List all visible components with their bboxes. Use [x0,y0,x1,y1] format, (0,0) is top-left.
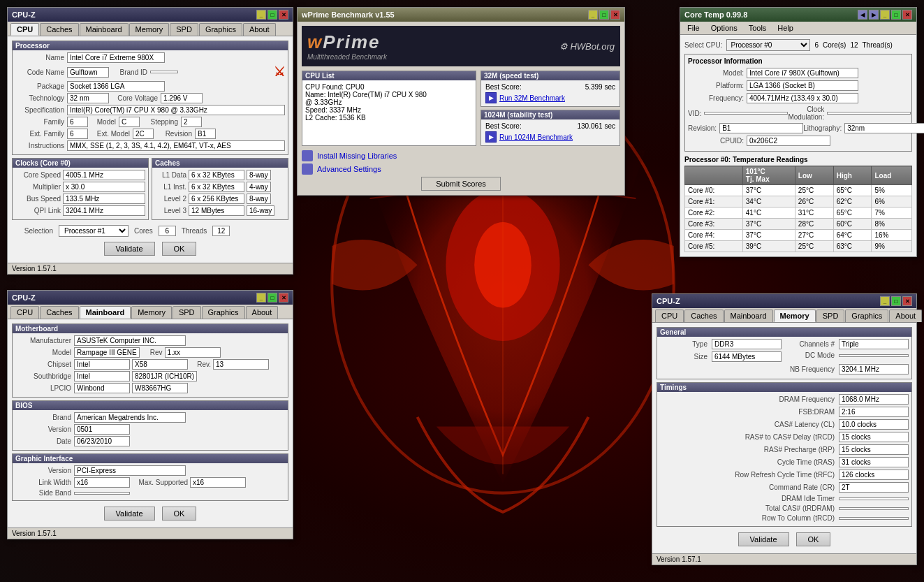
coretemp-forward[interactable]: ▶ [869,10,879,20]
mem-validate-button[interactable]: Validate [738,532,789,546]
cpuz-mb-close[interactable]: ✕ [279,293,288,303]
fsb-dram-label: FSB:DRAM [660,408,835,416]
temp-table-row: Core #0:37°C25°C65°C5% [685,185,912,196]
cpu-list-line3: @ 3.33GHz [305,99,473,106]
package-label: Package [15,82,64,90]
mem-type-value: DDR3 [712,339,782,349]
spec-label: Specification [15,106,64,114]
run-32m-button[interactable]: ▶ Run 32M Benchmark [485,92,615,103]
cpuz-top-close[interactable]: ✕ [279,10,288,20]
mem-tab-caches[interactable]: Caches [684,310,723,322]
mb-validate-button[interactable]: Validate [104,507,155,521]
cpuz-mem-minimize[interactable]: _ [880,296,890,306]
menu-options[interactable]: Options [705,22,743,34]
tab-mainboard[interactable]: Mainboard [80,23,129,36]
tab-graphics[interactable]: Graphics [199,23,242,36]
tab-about[interactable]: About [243,23,276,36]
mb-chipset-rev-label: Rev. [190,361,211,368]
wprime-minimize[interactable]: _ [588,10,598,20]
tab-memory[interactable]: Memory [129,23,170,36]
cpuz-mainboard-window: CPU-Z _ □ ✕ CPU Caches Mainboard Memory … [7,290,293,539]
run-32m-icon: ▶ [485,92,497,103]
cpuz-memory-version: Version 1.57.1 [652,553,916,565]
tab-caches[interactable]: Caches [40,23,78,36]
mb-tab-caches[interactable]: Caches [40,306,78,319]
ct-cpuid-label: CPUID: [688,137,744,145]
cpu-selector[interactable]: Processor #0 [726,39,810,51]
coretemp-maximize[interactable]: □ [891,10,901,20]
mb-tab-about[interactable]: About [246,306,279,319]
l2-label: Level 2 [155,195,186,203]
mem-tab-spd[interactable]: SPD [816,310,845,322]
mb-lpcio-label: LPCIO [15,384,71,392]
technology-value: 32 nm [67,93,109,103]
submit-scores-button[interactable]: Submit Scores [421,177,501,191]
cpuz-mem-maximize[interactable]: □ [891,296,901,306]
mb-tab-graphics[interactable]: Graphics [202,306,245,319]
core-count: 6 [814,41,819,49]
name-value: Intel Core i7 Extreme 980X [67,52,165,63]
menu-tools[interactable]: Tools [743,22,772,34]
mem-size-label: Size [660,353,707,361]
cpuz-memory-titlebar: CPU-Z _ □ ✕ [652,294,916,308]
cpuz-top-minimize[interactable]: _ [256,10,266,20]
install-libs-link[interactable]: Install Missing Libraries [302,150,620,161]
advanced-settings-link[interactable]: Advanced Settings [302,163,620,175]
ras-precharge-label: RAS# Precharge (tRP) [660,446,835,453]
menu-file[interactable]: File [682,22,705,34]
processor-section: Processor Name Intel Core i7 Extreme 980… [12,41,288,155]
cpuz-top-maximize[interactable]: □ [267,10,277,20]
mb-tab-cpu[interactable]: CPU [10,306,39,319]
cpuz-memory-tabs: CPU Caches Mainboard Memory SPD Graphics… [652,308,916,323]
select-cpu-row: Select CPU: Processor #0 6 Core(s) 12 Th… [684,39,912,51]
ct-frequency-value: 4004.71MHz (133.49 x 30.0) [747,93,858,103]
temp-table-row: Core #5:39°C25°C63°C9% [685,241,912,252]
memory-general-title: General [657,328,911,337]
mb-tab-memory[interactable]: Memory [131,306,172,319]
tab-cpu[interactable]: CPU [10,23,39,36]
run-1024m-button[interactable]: ▶ Run 1024M Benchmark [485,131,615,143]
processor-section-title: Processor [13,41,288,50]
mb-rev-label: Rev [142,349,163,356]
l1-inst-label: L1 Inst. [155,183,186,191]
validate-button[interactable]: Validate [104,242,155,256]
cpu-list-box: CPU List CPU Found: CPU0 Name: Intel(R) … [302,71,476,146]
mem-tab-graphics[interactable]: Graphics [845,310,888,322]
wprime-maximize[interactable]: □ [599,10,609,20]
wprime-close[interactable]: ✕ [610,10,620,20]
cpuz-mem-close[interactable]: ✕ [902,296,912,306]
cpuz-top-window: CPU-Z _ □ ✕ CPU Caches Mainboard Memory … [7,7,293,275]
mem-ok-button[interactable]: OK [796,532,831,546]
ext-family-label: Ext. Family [15,130,64,138]
ct-lithography-label: Lithography: [803,124,842,132]
menu-help[interactable]: Help [772,22,799,34]
ras-to-cas-label: RAS# to CAS# Delay (tRCD) [660,433,835,441]
ok-button[interactable]: OK [162,242,197,256]
mb-ok-button[interactable]: OK [162,507,197,521]
mem-tab-mainboard[interactable]: Mainboard [724,310,773,322]
mem-tab-about[interactable]: About [889,310,922,322]
coretemp-close[interactable]: ✕ [902,10,912,20]
cpuz-mb-minimize[interactable]: _ [256,293,266,303]
mem-tab-cpu[interactable]: CPU [655,310,684,322]
codename-value: Gulftown [67,67,109,78]
wprime-main: CPU List CPU Found: CPU0 Name: Intel(R) … [302,71,620,146]
temp-table: 101°CTj. Max Low High Load Core #0:37°C2… [684,166,912,252]
coretemp-back[interactable]: ◀ [858,10,867,20]
coretemp-minimize[interactable]: _ [880,10,890,20]
mem-tab-memory[interactable]: Memory [774,310,816,322]
tab-spd[interactable]: SPD [170,23,198,36]
core-voltage-label: Core Voltage [109,94,158,102]
cpuz-mb-maximize[interactable]: □ [267,293,277,303]
package-value: Socket 1366 LGA [67,81,165,92]
mb-tab-spd[interactable]: SPD [173,306,201,319]
mb-lpcio-value: W83667HG [132,383,188,393]
bench-32m-score-label: Best Score: [485,83,522,91]
processor-select[interactable]: Processor #1 [59,225,129,237]
cpuz-mem-buttons: Validate OK [657,530,912,549]
temp-col-low: Low [795,166,833,185]
qpi-link-value: 3204.1 MHz [63,205,145,216]
mem-size-value: 6144 MBytes [712,351,782,362]
memory-timings-section: Timings DRAM Frequency 1068.0 MHz FSB:DR… [657,382,912,527]
mb-tab-mainboard[interactable]: Mainboard [80,306,131,319]
